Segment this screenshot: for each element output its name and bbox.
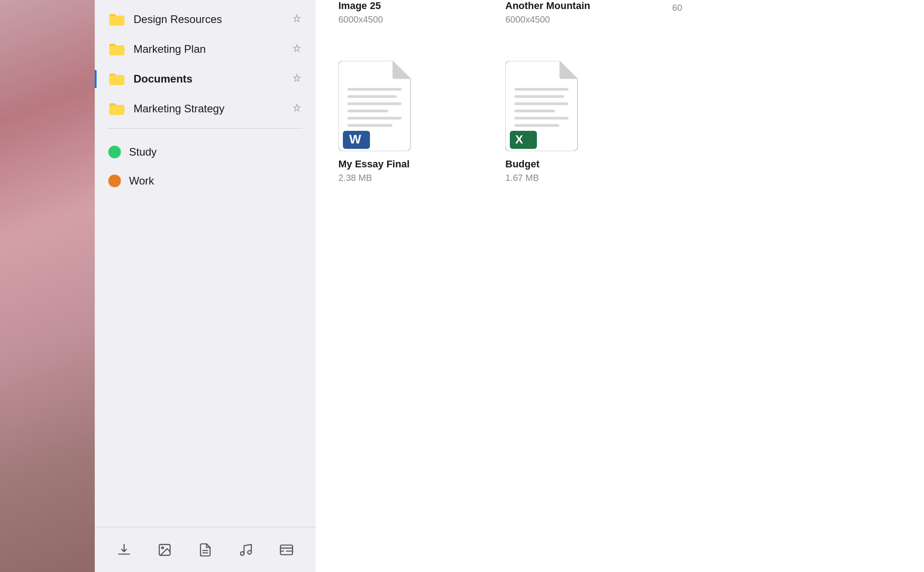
work-tag-dot (108, 175, 121, 187)
file-label-image25: Image 25 (338, 0, 381, 12)
sidebar: Design Resources Marketing Plan (95, 0, 316, 572)
main-content: Image 25 6000x4500 Another Mountain 6000… (316, 0, 924, 572)
file-size-partial: 60 (672, 3, 682, 13)
background-image (0, 0, 95, 572)
folder-icon (108, 13, 125, 26)
top-file-partial[interactable]: 60 (672, 0, 803, 13)
top-files-row: Image 25 6000x4500 Another Mountain 6000… (338, 0, 901, 25)
folder-name-documents: Documents (134, 73, 291, 85)
file-size-budget: 1.67 MB (505, 173, 539, 183)
tag-label-work: Work (129, 175, 154, 187)
folder-list: Design Resources Marketing Plan (95, 0, 316, 124)
folder-icon (108, 102, 125, 115)
sidebar-item-design-resources[interactable]: Design Resources (95, 5, 316, 34)
excel-doc-icon-wrapper: X (505, 61, 587, 151)
svg-rect-11 (347, 95, 397, 98)
word-doc-icon: W (338, 61, 415, 151)
pin-icon (291, 14, 302, 25)
svg-point-1 (162, 547, 163, 549)
download-icon[interactable] (116, 542, 132, 558)
svg-text:X: X (515, 133, 523, 146)
file-item-budget[interactable]: X Budget 1.67 MB (505, 61, 636, 183)
video-icon[interactable] (278, 542, 295, 558)
sidebar-item-documents[interactable]: Documents (95, 64, 316, 94)
tag-label-study: Study (129, 146, 157, 158)
excel-doc-icon: X (505, 61, 582, 151)
sidebar-bottom-toolbar (95, 527, 316, 572)
svg-rect-22 (514, 117, 568, 120)
svg-rect-14 (347, 117, 402, 120)
study-tag-dot (108, 146, 121, 158)
folder-name-design-resources: Design Resources (134, 13, 291, 26)
svg-rect-24 (510, 131, 537, 149)
svg-rect-23 (514, 124, 559, 127)
sidebar-item-marketing-strategy[interactable]: Marketing Strategy (95, 94, 316, 124)
file-item-my-essay-final[interactable]: W My Essay Final 2.38 MB (338, 61, 469, 183)
folder-icon (108, 42, 125, 56)
svg-text:W: W (349, 132, 361, 146)
pin-icon (291, 74, 302, 84)
tag-item-work[interactable]: Work (108, 166, 302, 195)
svg-rect-18 (514, 88, 568, 91)
pin-icon (291, 44, 302, 55)
top-file-image25[interactable]: Image 25 6000x4500 (338, 0, 469, 25)
top-file-another-mountain[interactable]: Another Mountain 6000x4500 (505, 0, 636, 25)
file-label-another-mountain: Another Mountain (505, 0, 590, 12)
tag-item-study[interactable]: Study (108, 138, 302, 166)
svg-rect-15 (347, 124, 393, 127)
file-size-image25: 6000x4500 (338, 14, 383, 25)
tags-section: Study Work (95, 138, 316, 195)
svg-rect-10 (347, 88, 402, 91)
music-icon[interactable] (238, 542, 254, 558)
sidebar-divider (108, 128, 302, 129)
file-label-budget: Budget (505, 158, 540, 170)
file-label-my-essay-final: My Essay Final (338, 158, 410, 170)
folder-name-marketing-strategy: Marketing Strategy (134, 102, 291, 115)
folder-name-marketing-plan: Marketing Plan (134, 43, 291, 55)
document-icon[interactable] (197, 542, 213, 558)
svg-rect-13 (347, 110, 388, 112)
sidebar-item-marketing-plan[interactable]: Marketing Plan (95, 34, 316, 64)
svg-point-4 (240, 552, 244, 555)
svg-rect-12 (347, 102, 402, 105)
svg-rect-6 (281, 545, 293, 554)
files-grid: W My Essay Final 2.38 MB (338, 43, 901, 183)
word-doc-icon-wrapper: W (338, 61, 420, 151)
pin-icon (291, 103, 302, 114)
image-icon[interactable] (157, 542, 173, 558)
svg-rect-21 (514, 110, 555, 112)
file-size-another-mountain: 6000x4500 (505, 14, 550, 25)
folder-icon (108, 72, 125, 86)
svg-rect-19 (514, 95, 564, 98)
svg-rect-20 (514, 102, 568, 105)
file-size-my-essay-final: 2.38 MB (338, 173, 372, 183)
